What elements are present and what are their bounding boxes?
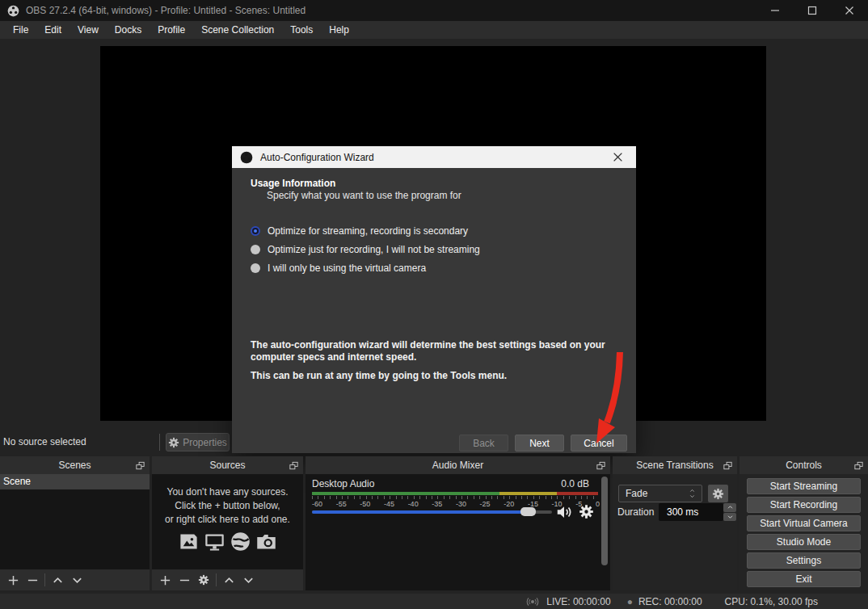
start-recording-button[interactable]: Start Recording xyxy=(747,497,861,513)
mixer-scrollbar[interactable] xyxy=(601,477,608,565)
status-bar: LIVE: 00:00:00 ● REC: 00:00:00 CPU: 0.1%… xyxy=(0,594,868,609)
radio-label: Optimize for streaming, recording is sec… xyxy=(268,225,468,237)
menu-docks[interactable]: Docks xyxy=(107,21,150,39)
remove-scene-icon[interactable] xyxy=(25,573,40,587)
close-button[interactable] xyxy=(831,0,868,21)
volume-slider[interactable] xyxy=(312,510,552,514)
float-panel-icon[interactable] xyxy=(289,460,299,471)
audio-mixer-header[interactable]: Audio Mixer xyxy=(305,456,610,474)
cpu-fps-stats: CPU: 0.1%, 30.00 fps xyxy=(725,596,818,607)
scene-list-item[interactable]: Scene xyxy=(0,474,150,489)
radio-option-streaming[interactable]: Optimize for streaming, recording is sec… xyxy=(251,225,468,237)
menu-edit[interactable]: Edit xyxy=(36,21,70,39)
tick-label: -45 xyxy=(384,500,394,508)
sources-panel-title: Sources xyxy=(209,460,245,471)
tick-label: -30 xyxy=(456,500,466,508)
radio-icon-selected[interactable] xyxy=(251,226,260,236)
radio-option-recording[interactable]: Optimize just for recording, I will not … xyxy=(251,244,480,255)
close-icon xyxy=(845,6,854,15)
float-panel-icon[interactable] xyxy=(596,460,606,471)
move-source-up-icon[interactable] xyxy=(221,573,236,587)
exit-button[interactable]: Exit xyxy=(747,571,861,587)
sources-empty-line1: You don't have any sources. xyxy=(152,485,303,499)
radio-option-virtual-camera[interactable]: I will only be using the virtual camera xyxy=(251,262,426,274)
controls-header[interactable]: Controls xyxy=(739,456,868,474)
toolbar-separator xyxy=(44,573,45,586)
dialog-title: Auto-Configuration Wizard xyxy=(260,152,374,163)
speaker-icon[interactable] xyxy=(555,503,573,521)
next-button[interactable]: Next xyxy=(515,435,564,452)
tick-label: -40 xyxy=(408,500,419,508)
scene-transitions-header[interactable]: Scene Transitions xyxy=(613,456,737,474)
radio-icon[interactable] xyxy=(251,245,260,254)
remove-source-icon[interactable] xyxy=(177,573,192,587)
transition-select-arrows[interactable] xyxy=(684,487,700,500)
radio-label: Optimize just for recording, I will not … xyxy=(268,244,480,255)
radio-label: I will only be using the virtual camera xyxy=(268,262,426,274)
sources-panel-header[interactable]: Sources xyxy=(152,456,303,474)
toolbar-separator xyxy=(216,573,217,586)
scene-transitions-panel: Scene Transitions Fade Duration 300 ms xyxy=(613,456,737,590)
window-title: OBS 27.2.4 (64-bit, windows) - Profile: … xyxy=(26,5,305,16)
float-panel-icon[interactable] xyxy=(853,460,864,471)
close-icon xyxy=(613,152,623,162)
duration-down-button[interactable] xyxy=(723,513,736,522)
add-source-icon[interactable] xyxy=(158,573,172,587)
tick-label: -50 xyxy=(360,500,370,508)
add-scene-icon[interactable] xyxy=(6,573,20,587)
transition-select[interactable]: Fade xyxy=(618,485,702,502)
duration-up-button[interactable] xyxy=(723,503,736,512)
settings-button[interactable]: Settings xyxy=(747,552,861,569)
tick-label: 0 xyxy=(596,500,600,508)
menu-file[interactable]: File xyxy=(5,21,36,39)
dialog-titlebar: Auto-Configuration Wizard xyxy=(232,146,636,168)
menu-tools[interactable]: Tools xyxy=(282,21,321,39)
tick-label: -35 xyxy=(432,500,442,508)
menu-view[interactable]: View xyxy=(70,21,107,39)
maximize-button[interactable] xyxy=(794,0,831,21)
start-virtual-camera-button[interactable]: Start Virtual Camera xyxy=(747,515,861,531)
dialog-close-button[interactable] xyxy=(604,146,631,168)
sources-empty-line3: or right click here to add one. xyxy=(152,513,303,527)
obs-logo-icon xyxy=(7,5,19,17)
live-time: LIVE: 00:00:00 xyxy=(546,596,610,607)
source-status-text: No source selected xyxy=(3,436,86,447)
move-source-down-icon[interactable] xyxy=(241,573,255,587)
move-scene-down-icon[interactable] xyxy=(70,573,84,587)
scenes-panel-header[interactable]: Scenes xyxy=(0,456,150,474)
menu-help[interactable]: Help xyxy=(321,21,357,39)
start-streaming-button[interactable]: Start Streaming xyxy=(747,478,861,494)
volume-meter xyxy=(312,492,598,495)
mixer-channel-name: Desktop Audio xyxy=(312,478,374,489)
mixer-gear-icon[interactable] xyxy=(579,504,594,519)
properties-button[interactable]: Properties xyxy=(166,433,230,452)
tick-label: -20 xyxy=(504,500,514,508)
studio-mode-button[interactable]: Studio Mode xyxy=(747,534,861,550)
radio-icon[interactable] xyxy=(251,263,260,273)
float-panel-icon[interactable] xyxy=(135,460,145,471)
menu-scene-collection[interactable]: Scene Collection xyxy=(193,21,282,39)
camera-source-icon xyxy=(255,531,277,552)
move-scene-up-icon[interactable] xyxy=(50,573,65,587)
float-panel-icon[interactable] xyxy=(723,460,733,471)
volume-slider-handle[interactable] xyxy=(520,507,536,516)
back-button[interactable]: Back xyxy=(459,435,508,452)
minimize-icon xyxy=(770,6,780,15)
cancel-button[interactable]: Cancel xyxy=(571,435,627,452)
sources-toolbar xyxy=(152,569,303,590)
minimize-button[interactable] xyxy=(756,0,794,21)
scene-transitions-title: Scene Transitions xyxy=(636,460,713,471)
image-source-icon xyxy=(178,531,200,552)
obs-logo-icon xyxy=(240,151,253,164)
source-properties-icon[interactable] xyxy=(196,573,211,587)
audio-mixer-panel: Audio Mixer Desktop Audio 0.0 dB -60 -55… xyxy=(305,456,610,590)
tick-label: -55 xyxy=(336,500,347,508)
menu-profile[interactable]: Profile xyxy=(150,21,193,39)
transition-value: Fade xyxy=(626,488,647,499)
sources-empty-message: You don't have any sources. Click the + … xyxy=(152,485,303,527)
properties-label: Properties xyxy=(183,437,227,448)
dialog-info-text: The auto-configuration wizard will deter… xyxy=(251,339,621,363)
volume-meter-ticks xyxy=(312,496,598,499)
transition-gear-button[interactable] xyxy=(708,485,728,502)
duration-spinbox[interactable]: 300 ms xyxy=(659,503,723,521)
